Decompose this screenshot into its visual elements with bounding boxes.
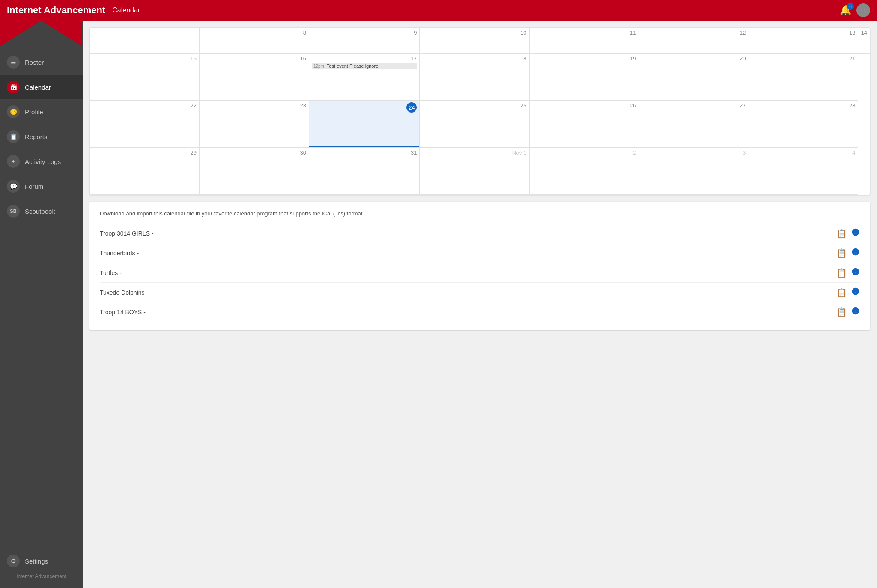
ical-actions: 📋 — [836, 248, 860, 258]
calendar-cell[interactable]: 30 — [199, 148, 309, 195]
sidebar-logo-triangle — [0, 21, 82, 46]
sidebar-item-forum[interactable]: 💬 Forum — [0, 174, 83, 199]
sidebar-item-activity-logs[interactable]: ✦ Activity Logs — [0, 149, 83, 174]
sidebar-item-calendar[interactable]: 📅 Calendar — [0, 75, 83, 99]
calendar-cell[interactable]: 18 — [420, 54, 529, 101]
sidebar-item-scoutbook[interactable]: SB Scoutbook — [0, 199, 83, 224]
ical-download-button-4[interactable] — [851, 307, 860, 317]
ical-row-0: Troop 3014 GIRLS - 📋 — [100, 224, 860, 243]
day-number: Nov 1 — [422, 149, 526, 156]
calendar-cell[interactable]: 26 — [529, 101, 639, 148]
notification-button[interactable]: 🔔 6 — [840, 5, 851, 16]
calendar-row-1: 8 9 10 11 12 13 14 — [90, 28, 870, 54]
sidebar-nav: ☰ Roster 📅 Calendar 😊 Profile 📋 Reports … — [0, 46, 83, 545]
calendar-cell[interactable]: 9 — [309, 28, 420, 54]
sidebar-label-forum: Forum — [25, 183, 43, 190]
calendar-cell — [858, 101, 870, 148]
calendar-cell[interactable]: 16 — [199, 54, 309, 101]
calendar-table: 8 9 10 11 12 13 14 15 16 17 — [89, 27, 870, 195]
page-title: Calendar — [112, 6, 140, 14]
event-label: Test event Please ignore — [327, 63, 378, 69]
day-number: 30 — [202, 149, 306, 156]
ical-download-button-2[interactable] — [851, 267, 860, 278]
day-number: 28 — [752, 102, 856, 109]
ical-copy-button-2[interactable]: 📋 — [836, 267, 847, 278]
calendar-cell[interactable]: 3 — [639, 148, 749, 195]
day-number: 18 — [422, 55, 526, 62]
calendar-row-2: 15 16 17 12pm Test event Please ignore 1… — [90, 54, 870, 101]
event-time: 12pm — [313, 64, 324, 69]
app-title: Internet Advancement — [7, 5, 105, 16]
sidebar-item-reports[interactable]: 📋 Reports — [0, 124, 83, 149]
header-right: 🔔 6 C — [840, 3, 870, 17]
calendar-cell[interactable]: 31 — [309, 148, 420, 195]
sidebar-item-profile[interactable]: 😊 Profile — [0, 99, 83, 124]
calendar-cell-today[interactable]: 24 — [309, 101, 420, 148]
ical-actions: 📋 — [836, 307, 860, 317]
calendar-cell[interactable]: 2 — [529, 148, 639, 195]
calendar-cell[interactable]: 29 — [90, 148, 200, 195]
day-number: 8 — [202, 30, 306, 36]
calendar-cell[interactable]: 8 — [199, 28, 309, 54]
ical-copy-button-0[interactable]: 📋 — [836, 228, 847, 239]
scoutbook-icon: SB — [7, 205, 20, 218]
sidebar-item-settings[interactable]: ⚙ Settings — [7, 550, 76, 572]
day-number: 15 — [92, 55, 197, 62]
ical-download-button-1[interactable] — [851, 248, 860, 258]
user-avatar[interactable]: C — [856, 3, 870, 17]
calendar-cell[interactable]: 21 — [749, 54, 858, 101]
ical-group-label: Tuxedo Dolphins - — [100, 289, 836, 296]
ical-copy-button-1[interactable]: 📋 — [836, 248, 847, 258]
calendar-cell[interactable]: 25 — [420, 101, 529, 148]
day-number: 14 — [861, 30, 867, 36]
activity-logs-icon: ✦ — [7, 155, 20, 168]
ical-row-1: Thunderbirds - 📋 — [100, 243, 860, 263]
day-number: 29 — [92, 149, 197, 156]
calendar-cell[interactable]: 12 — [639, 28, 749, 54]
calendar-cell[interactable]: 15 — [90, 54, 200, 101]
sidebar-label-activity-logs: Activity Logs — [25, 158, 61, 165]
calendar-cell[interactable]: 22 — [90, 101, 200, 148]
sidebar-footer: Internet Advancement — [7, 572, 76, 583]
calendar-cell[interactable]: 28 — [749, 101, 858, 148]
calendar-cell[interactable]: 11 — [529, 28, 639, 54]
calendar-cell[interactable]: 19 — [529, 54, 639, 101]
calendar-cell[interactable]: 4 — [749, 148, 858, 195]
calendar-event[interactable]: 12pm Test event Please ignore — [312, 63, 417, 69]
day-number: 13 — [752, 30, 856, 36]
ical-group-label: Troop 3014 GIRLS - — [100, 230, 836, 237]
calendar-cell[interactable]: 20 — [639, 54, 749, 101]
reports-icon: 📋 — [7, 130, 20, 143]
calendar-cell[interactable]: 13 — [749, 28, 858, 54]
settings-icon: ⚙ — [7, 555, 20, 567]
sidebar-label-scoutbook: Scoutbook — [25, 208, 55, 215]
ical-copy-button-3[interactable]: 📋 — [836, 287, 847, 298]
ical-group-label: Turtles - — [100, 269, 836, 276]
sidebar-label-roster: Roster — [25, 59, 44, 66]
ical-download-button-3[interactable] — [851, 287, 860, 298]
day-number: 10 — [422, 30, 526, 36]
day-number: 3 — [642, 149, 746, 156]
calendar-cell — [858, 148, 870, 195]
day-number: 26 — [532, 102, 636, 109]
sidebar: ☰ Roster 📅 Calendar 😊 Profile 📋 Reports … — [0, 21, 83, 588]
day-number: 23 — [202, 102, 306, 109]
ical-group-label: Thunderbirds - — [100, 250, 836, 257]
day-number: 11 — [532, 30, 636, 36]
calendar-cell[interactable] — [90, 28, 200, 54]
sidebar-label-settings: Settings — [25, 558, 48, 565]
calendar-cell[interactable]: 23 — [199, 101, 309, 148]
sidebar-label-reports: Reports — [25, 133, 48, 140]
day-number: 31 — [312, 149, 417, 156]
day-number: 17 — [312, 55, 417, 62]
calendar-cell[interactable]: Nov 1 — [420, 148, 529, 195]
calendar-cell[interactable]: 27 — [639, 101, 749, 148]
ical-download-button-0[interactable] — [851, 228, 860, 239]
sidebar-item-roster[interactable]: ☰ Roster — [0, 50, 83, 75]
calendar-cell[interactable]: 10 — [420, 28, 529, 54]
ical-copy-button-4[interactable]: 📋 — [836, 307, 847, 317]
day-number: 20 — [642, 55, 746, 62]
calendar-cell[interactable]: 17 12pm Test event Please ignore — [309, 54, 420, 101]
notification-badge: 6 — [847, 3, 854, 10]
calendar-cell[interactable]: 14 — [858, 28, 870, 54]
